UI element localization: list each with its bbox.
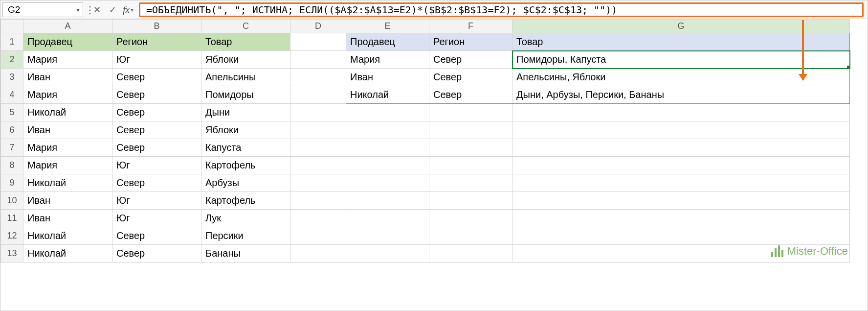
insert-function-button[interactable]: fx ▾ <box>121 2 135 17</box>
cell[interactable] <box>512 121 850 139</box>
row-header[interactable]: 2 <box>1 51 23 69</box>
col-header-D[interactable]: D <box>290 20 346 33</box>
cell[interactable] <box>290 69 346 86</box>
cell[interactable] <box>429 245 512 263</box>
cell[interactable]: Регион <box>429 33 512 51</box>
cell[interactable]: Север <box>112 121 201 139</box>
col-header-E[interactable]: E <box>346 20 429 33</box>
col-header-G[interactable]: G <box>512 20 850 33</box>
cell[interactable]: Апельсины <box>201 69 290 86</box>
cell[interactable] <box>512 227 850 245</box>
cell[interactable] <box>512 139 850 157</box>
cell[interactable] <box>346 174 429 192</box>
cell[interactable]: Николай <box>346 86 429 104</box>
cell[interactable] <box>346 104 429 121</box>
cell[interactable] <box>512 210 850 227</box>
cell[interactable] <box>290 51 346 69</box>
cell[interactable] <box>429 227 512 245</box>
cell[interactable] <box>290 174 346 192</box>
cell[interactable] <box>290 157 346 174</box>
cell[interactable] <box>290 139 346 157</box>
cell[interactable]: Дыни <box>201 104 290 121</box>
cell[interactable]: Арбузы <box>201 174 290 192</box>
cell[interactable]: Картофель <box>201 157 290 174</box>
cell[interactable]: Север <box>112 86 201 104</box>
cell[interactable]: Иван <box>346 69 429 86</box>
row-header[interactable]: 9 <box>1 174 23 192</box>
cell[interactable]: Иван <box>23 121 112 139</box>
spreadsheet-grid[interactable]: A B C D E F G 1 Продавец Регион Товар Пр… <box>0 19 868 263</box>
cell[interactable] <box>346 210 429 227</box>
cell[interactable]: Регион <box>112 33 201 51</box>
cell[interactable] <box>429 192 512 210</box>
cell[interactable] <box>512 192 850 210</box>
cell[interactable]: Продавец <box>23 33 112 51</box>
cell[interactable] <box>346 139 429 157</box>
col-header-F[interactable]: F <box>429 20 512 33</box>
cell[interactable]: Бананы <box>201 245 290 263</box>
cell[interactable]: Дыни, Арбузы, Персики, Бананы <box>512 86 850 104</box>
cell[interactable] <box>512 157 850 174</box>
chevron-down-icon[interactable]: ▾ <box>76 6 80 14</box>
cell[interactable] <box>429 174 512 192</box>
select-all-corner[interactable] <box>1 20 23 33</box>
cell[interactable]: Лук <box>201 210 290 227</box>
cell[interactable]: Юг <box>112 210 201 227</box>
cell[interactable]: Иван <box>23 69 112 86</box>
cell[interactable] <box>290 245 346 263</box>
row-header[interactable]: 8 <box>1 157 23 174</box>
cell[interactable] <box>512 104 850 121</box>
cell[interactable] <box>290 192 346 210</box>
cell[interactable]: Николай <box>23 104 112 121</box>
cell[interactable]: Николай <box>23 174 112 192</box>
accept-formula-button[interactable]: ✓ <box>106 2 119 17</box>
cell[interactable]: Товар <box>512 33 850 51</box>
cell[interactable]: Север <box>429 51 512 69</box>
row-header[interactable]: 5 <box>1 104 23 121</box>
cell[interactable]: Николай <box>23 227 112 245</box>
cell[interactable]: Юг <box>112 192 201 210</box>
cell[interactable] <box>346 157 429 174</box>
row-header[interactable]: 11 <box>1 210 23 227</box>
cell[interactable]: Мария <box>23 51 112 69</box>
cell[interactable]: Яблоки <box>201 51 290 69</box>
cell[interactable]: Капуста <box>201 139 290 157</box>
cell[interactable]: Персики <box>201 227 290 245</box>
cell[interactable] <box>346 192 429 210</box>
col-header-B[interactable]: B <box>112 20 201 33</box>
cell[interactable] <box>346 245 429 263</box>
col-header-C[interactable]: C <box>201 20 290 33</box>
cell[interactable]: Товар <box>201 33 290 51</box>
name-box[interactable]: G2 ▾ <box>2 2 83 17</box>
cell[interactable] <box>429 157 512 174</box>
cell[interactable]: Мария <box>23 139 112 157</box>
cell[interactable]: Север <box>429 69 512 86</box>
cell[interactable]: Мария <box>23 86 112 104</box>
cell[interactable]: Мария <box>346 51 429 69</box>
cell[interactable]: Картофель <box>201 192 290 210</box>
cell[interactable] <box>429 104 512 121</box>
formula-input[interactable]: =ОБЪЕДИНИТЬ(", "; ИСТИНА; ЕСЛИ(($A$2:$A$… <box>139 2 864 17</box>
cell[interactable] <box>429 139 512 157</box>
row-header[interactable]: 12 <box>1 227 23 245</box>
cell[interactable] <box>290 210 346 227</box>
cell[interactable]: Мария <box>23 157 112 174</box>
col-header-A[interactable]: A <box>23 20 112 33</box>
cell[interactable] <box>290 33 346 51</box>
cell[interactable] <box>290 86 346 104</box>
row-header[interactable]: 4 <box>1 86 23 104</box>
cell[interactable] <box>290 104 346 121</box>
cell[interactable]: Юг <box>112 51 201 69</box>
cell[interactable]: Север <box>112 245 201 263</box>
cell[interactable]: Иван <box>23 192 112 210</box>
row-header[interactable]: 10 <box>1 192 23 210</box>
cell[interactable] <box>346 121 429 139</box>
cell[interactable] <box>290 227 346 245</box>
cancel-formula-button[interactable]: ✕ <box>90 2 104 17</box>
cell[interactable]: Иван <box>23 210 112 227</box>
row-header[interactable]: 3 <box>1 69 23 86</box>
row-header[interactable]: 7 <box>1 139 23 157</box>
cell[interactable]: Помидоры <box>201 86 290 104</box>
cell[interactable]: Яблоки <box>201 121 290 139</box>
cell[interactable] <box>429 121 512 139</box>
